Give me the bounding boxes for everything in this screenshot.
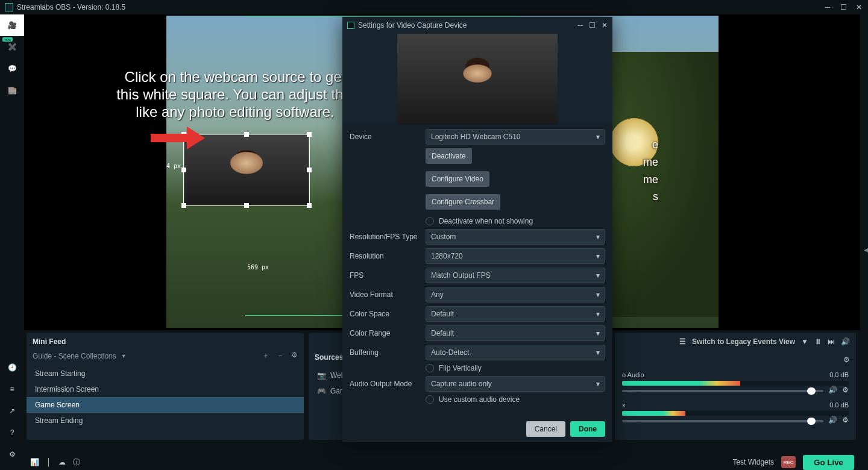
right-collapse-icon[interactable]: ◂ (864, 245, 868, 254)
dialog-maximize-icon[interactable]: ☐ (589, 21, 596, 30)
scene-item[interactable]: Game Screen (27, 397, 304, 413)
nav-dashboard[interactable]: new✖️ (0, 36, 24, 58)
nav-settings-icon[interactable]: ⚙ (0, 443, 24, 465)
cancel-button[interactable]: Cancel (526, 421, 565, 437)
mixer-row: o Audio0.0 dB 🔊⚙ (615, 369, 856, 399)
scene-settings-icon[interactable]: ⚙ (291, 351, 298, 361)
sources-title: Sources (315, 353, 343, 362)
scene-collection-label[interactable]: Guide - Scene Collections (33, 352, 116, 360)
nav-chat[interactable]: 💬 (0, 58, 24, 80)
filter-icon[interactable]: ▼ (801, 337, 808, 346)
webcam-preview-image (397, 34, 558, 124)
audio-mode-select[interactable]: Capture audio only▾ (426, 376, 605, 392)
gear-icon[interactable]: ⚙ (842, 416, 849, 424)
test-widgets-button[interactable]: Test Widgets (732, 458, 774, 466)
window-maximize-icon[interactable]: ☐ (839, 3, 848, 11)
res-fps-type-select[interactable]: Custom▾ (426, 229, 605, 245)
mixer-panel: ☰ Switch to Legacy Events View ▼ ⏸ ⏭ 🔊 ⚙… (615, 333, 856, 440)
nav-clock-icon[interactable]: 🕘 (0, 357, 24, 378)
go-live-button[interactable]: Go Live (803, 455, 854, 470)
mixer-settings-icon[interactable]: ⚙ (843, 356, 850, 364)
volume-slider[interactable] (622, 390, 823, 392)
cloud-icon[interactable]: ☁ (58, 458, 66, 466)
app-title: Streamlabs OBS - Version: 0.18.5 (17, 3, 125, 11)
divider: │ (46, 458, 51, 466)
dialog-preview (342, 34, 612, 124)
dialog-minimize-icon[interactable]: ─ (577, 21, 583, 30)
info-icon[interactable]: ⓘ (73, 457, 80, 468)
titlebar: Streamlabs OBS - Version: 0.18.5 ─ ☐ ✕ (0, 0, 868, 14)
device-select[interactable]: Logitech HD Webcam C510▾ (426, 129, 605, 145)
volume-slider[interactable] (622, 420, 823, 422)
record-button[interactable]: REC (781, 456, 796, 468)
nav-editor[interactable]: 🎥 (0, 14, 24, 36)
scene-item[interactable]: Stream Starting (27, 366, 304, 381)
coord-bot: 569 px (247, 264, 269, 271)
deactivate-button[interactable]: Deactivate (426, 148, 472, 164)
chevron-down-icon: ▾ (596, 133, 600, 141)
footer: 📊 │ ☁ ⓘ Test Widgets REC Go Live (24, 454, 860, 470)
remove-scene-icon[interactable]: － (277, 351, 284, 361)
mute-icon[interactable]: 🔊 (828, 386, 837, 394)
dialog-titlebar[interactable]: Settings for Video Capture Device ─ ☐ ✕ (342, 17, 612, 34)
gear-icon[interactable]: ⚙ (842, 386, 849, 394)
dialog-title: Settings for Video Capture Device (358, 21, 467, 30)
legacy-toggle-icon[interactable]: ☰ (679, 337, 686, 346)
coord-top: 94 px (166, 163, 181, 169)
nav-popout-icon[interactable]: ↗ (0, 400, 24, 422)
app-logo-icon (5, 3, 13, 11)
dialog-close-icon[interactable]: ✕ (602, 21, 608, 30)
buffering-select[interactable]: Auto-Detect▾ (426, 345, 605, 360)
scene-list: Stream Starting Intermission Screen Game… (27, 365, 304, 440)
configure-video-button[interactable]: Configure Video (426, 171, 489, 187)
audio-meter (622, 381, 849, 386)
volume-icon[interactable]: 🔊 (841, 337, 850, 346)
video-format-select[interactable]: Any▾ (426, 287, 605, 302)
window-minimize-icon[interactable]: ─ (823, 3, 832, 11)
settings-dialog: Settings for Video Capture Device ─ ☐ ✕ … (342, 17, 612, 442)
stats-icon[interactable]: 📊 (30, 458, 39, 466)
mixer-row: x0.0 dB 🔊⚙ (615, 399, 856, 429)
deactivate-checkbox[interactable]: Deactivate when not showing (426, 217, 605, 225)
flip-checkbox[interactable]: Flip Vertically (426, 364, 605, 372)
game-icon: 🎮 (317, 387, 326, 395)
nav-sliders-icon[interactable]: ≡ (0, 378, 24, 400)
camera-icon: 📷 (317, 371, 326, 380)
done-button[interactable]: Done (570, 421, 605, 437)
nav-help-icon[interactable]: ? (0, 422, 24, 443)
resolution-select[interactable]: 1280x720▾ (426, 248, 605, 264)
color-space-select[interactable]: Default▾ (426, 306, 605, 322)
scene-collection-header: Guide - Scene Collections ▼ ＋ － ⚙ (27, 347, 304, 365)
audio-meter (622, 411, 849, 416)
chevron-down-icon[interactable]: ▼ (121, 353, 127, 359)
instruction-overlay: Click on the webcam source to get this w… (115, 69, 356, 121)
arrow-icon (151, 129, 205, 147)
custom-audio-checkbox[interactable]: Use custom audio device (426, 395, 605, 404)
color-range-select[interactable]: Default▾ (426, 325, 605, 341)
window-close-icon[interactable]: ✕ (855, 3, 863, 11)
add-scene-icon[interactable]: ＋ (262, 351, 269, 361)
mute-icon[interactable]: 🔊 (828, 416, 837, 424)
dialog-logo-icon (347, 22, 354, 29)
fps-select[interactable]: Match Output FPS▾ (426, 268, 605, 283)
skip-icon[interactable]: ⏭ (828, 337, 835, 346)
scene-item[interactable]: Intermission Screen (27, 381, 304, 397)
game-menu: e me me s (643, 136, 658, 205)
pause-icon[interactable]: ⏸ (814, 337, 822, 346)
configure-crossbar-button[interactable]: Configure Crossbar (426, 194, 500, 210)
mini-feed-title: Mini Feed (33, 337, 66, 346)
left-sidebar: 🎥 new✖️ 💬 🏬 🕘 ≡ ↗ ? ⚙ (0, 14, 24, 470)
nav-store[interactable]: 🏬 (0, 80, 24, 101)
scenes-panel: Mini Feed Guide - Scene Collections ▼ ＋ … (27, 333, 304, 440)
legacy-label[interactable]: Switch to Legacy Events View (692, 337, 795, 346)
scene-item[interactable]: Stream Ending (27, 413, 304, 428)
